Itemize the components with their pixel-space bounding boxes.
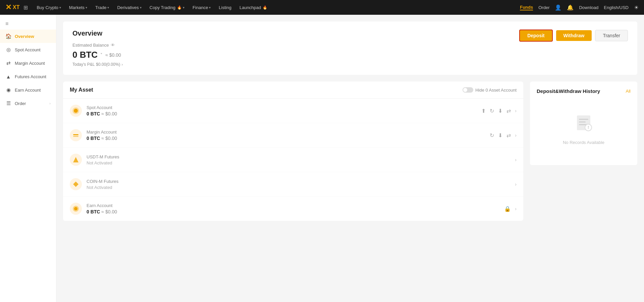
svg-rect-3	[73, 136, 78, 137]
logo-xt-text: XT	[13, 4, 19, 10]
my-asset-title: My Asset	[70, 87, 93, 93]
balance-dropdown-icon[interactable]: ˅	[100, 52, 103, 57]
margin-chevron-right-icon[interactable]: ›	[515, 133, 517, 138]
futures-usdt-account-name: USDT-M Futures	[87, 154, 510, 159]
spot-account-icon	[70, 105, 82, 117]
sidebar-item-margin[interactable]: ⇄ Margin Account	[0, 56, 56, 70]
nav-buy-crypto[interactable]: Buy Crypto ▾	[33, 0, 64, 15]
nav-trade[interactable]: Trade ▾	[92, 0, 112, 15]
margin-transfer-icon[interactable]: ⇄	[506, 132, 511, 139]
futures-usdt-account-icon	[70, 154, 82, 166]
withdraw-button[interactable]: Withdraw	[556, 30, 592, 41]
margin-refresh-icon[interactable]: ↻	[490, 132, 494, 139]
futures-coin-account-name: COIN-M Futures	[87, 179, 510, 184]
main-content: Overview Estimated Balance 👁 0 BTC ˅ ≈ $…	[56, 15, 644, 302]
theme-icon[interactable]: ☀	[634, 4, 639, 11]
spot-transfer-icon[interactable]: ⇄	[506, 108, 511, 114]
nav-right: Funds Order 👤 🔔 Download English/USD ☀	[520, 4, 639, 11]
futures-usdt-chevron-right-icon[interactable]: ›	[515, 157, 517, 162]
eye-toggle-icon[interactable]: 👁	[111, 43, 115, 48]
grid-icon[interactable]: ⊞	[23, 4, 28, 11]
earn-account-name: Earn Account	[87, 203, 499, 208]
sidebar-item-order[interactable]: ☰ Order ›	[0, 97, 56, 110]
nav-finance[interactable]: Finance ▾	[189, 0, 214, 15]
sidebar-item-spot[interactable]: ◎ Spot Account	[0, 43, 56, 56]
futures-coin-actions: ›	[515, 182, 517, 187]
balance-btc: 0 BTC	[72, 50, 98, 60]
nav-order[interactable]: Order	[538, 5, 549, 10]
hide-asset-label: Hide 0 Asset Account	[475, 88, 517, 93]
history-all-link[interactable]: All	[626, 89, 631, 94]
nav-download[interactable]: Download	[579, 5, 598, 10]
sidebar-item-earn-label: Earn Account	[15, 88, 41, 93]
futures-coin-account-icon	[70, 178, 82, 190]
logo-x-icon: ✕	[5, 3, 11, 12]
overview-icon: 🏠	[5, 33, 11, 39]
nav-language[interactable]: English/USD	[604, 5, 629, 10]
nav-markets-arrow: ▾	[86, 6, 87, 9]
svg-point-7	[74, 207, 77, 210]
asset-row-earn: Earn Account 0 BTC ≈ $0.00 🔒 ›	[63, 197, 523, 221]
order-icon: ☰	[5, 100, 11, 106]
nav-copy-trading-arrow: ▾	[183, 6, 184, 9]
balance-usd: ≈ $0.00	[105, 52, 121, 58]
nav-markets[interactable]: Markets ▾	[66, 0, 91, 15]
bell-icon[interactable]: 🔔	[567, 4, 574, 11]
no-records-icon	[574, 113, 594, 137]
top-navigation: ✕ XT ⊞ Buy Crypto ▾ Markets ▾ Trade ▾ De…	[0, 0, 644, 15]
sidebar-item-earn[interactable]: ◉ Earn Account	[0, 83, 56, 97]
margin-account-balance: 0 BTC ≈ $0.00	[87, 136, 485, 141]
asset-row-spot: Spot Account 0 BTC ≈ $0.00 ⬆ ↻ ⬇ ⇄ ›	[63, 99, 523, 123]
history-title: Deposit&Withdraw History	[537, 88, 600, 94]
nav-funds[interactable]: Funds	[520, 5, 533, 10]
earn-icon: ◉	[5, 87, 11, 93]
user-icon[interactable]: 👤	[555, 4, 561, 11]
futures-coin-chevron-right-icon[interactable]: ›	[515, 182, 517, 187]
logo[interactable]: ✕ XT	[5, 3, 19, 12]
earn-lock-icon[interactable]: 🔒	[504, 206, 511, 212]
asset-row-futures-usdt: USDT-M Futures Not Activated ›	[63, 148, 523, 172]
pnl-row[interactable]: Today's P&L $0.00(0.00%) ›	[72, 62, 123, 67]
spot-account-info: Spot Account 0 BTC ≈ $0.00	[87, 105, 477, 116]
nav-launchpad[interactable]: Launchpad 🔥	[236, 0, 271, 15]
sidebar-item-overview[interactable]: 🏠 Overview	[0, 30, 56, 43]
deposit-button[interactable]: Deposit	[519, 30, 552, 42]
spot-withdraw-icon[interactable]: ⬇	[498, 108, 502, 114]
nav-listing[interactable]: Listing	[215, 0, 235, 15]
nav-derivatives[interactable]: Derivatives ▾	[114, 0, 145, 15]
svg-point-1	[74, 109, 78, 113]
sidebar-item-spot-label: Spot Account	[15, 47, 41, 52]
earn-account-info: Earn Account 0 BTC ≈ $0.00	[87, 203, 499, 214]
margin-account-info: Margin Account 0 BTC ≈ $0.00	[87, 130, 485, 141]
main-layout: ≡ 🏠 Overview ◎ Spot Account ⇄ Margin Acc…	[0, 15, 644, 302]
pnl-value: $0.00(0.00%)	[96, 62, 120, 67]
sidebar-item-futures-label: Futures Account	[15, 74, 46, 79]
asset-row-futures-coin: COIN-M Futures Not Activated ›	[63, 172, 523, 197]
spot-chevron-right-icon[interactable]: ›	[515, 108, 517, 113]
overview-title: Overview	[72, 30, 123, 37]
nav-copy-trading[interactable]: Copy Trading 🔥 ▾	[146, 0, 188, 15]
history-header: Deposit&Withdraw History All	[537, 88, 631, 94]
spot-refresh-icon[interactable]: ↻	[490, 108, 494, 114]
earn-chevron-right-icon[interactable]: ›	[515, 206, 517, 211]
hide-asset-toggle[interactable]: Hide 0 Asset Account	[463, 87, 517, 93]
earn-account-balance: 0 BTC ≈ $0.00	[87, 209, 499, 214]
nav-trade-arrow: ▾	[107, 6, 109, 9]
margin-icon: ⇄	[5, 60, 11, 66]
nav-buy-crypto-arrow: ▾	[59, 6, 61, 9]
svg-rect-2	[73, 134, 78, 135]
deposit-withdraw-history: Deposit&Withdraw History All	[530, 82, 637, 221]
margin-withdraw-icon[interactable]: ⬇	[498, 132, 502, 139]
sidebar-toggle[interactable]: ≡	[0, 18, 56, 30]
spot-deposit-icon[interactable]: ⬆	[481, 108, 486, 114]
sidebar-item-futures[interactable]: ▲ Futures Account	[0, 70, 56, 83]
no-records-container: No Records Available	[537, 99, 631, 158]
transfer-button[interactable]: Transfer	[595, 30, 628, 41]
asset-list: Spot Account 0 BTC ≈ $0.00 ⬆ ↻ ⬇ ⇄ ›	[63, 99, 523, 221]
futures-usdt-account-info: USDT-M Futures Not Activated	[87, 154, 510, 165]
toggle-circle[interactable]	[463, 87, 473, 93]
balance-row: 0 BTC ˅ ≈ $0.00	[72, 50, 123, 60]
futures-icon: ▲	[5, 73, 11, 80]
history-panel: Deposit&Withdraw History All	[530, 82, 637, 165]
nav-finance-arrow: ▾	[209, 6, 211, 9]
